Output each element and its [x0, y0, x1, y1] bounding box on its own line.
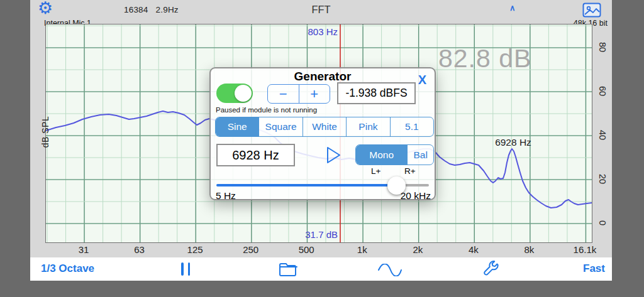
right-channel-label: R+	[404, 166, 416, 176]
minus-button[interactable]: −	[268, 85, 299, 103]
y-axis-title: dB SPL	[40, 116, 50, 148]
wave-option-square[interactable]: Square	[259, 117, 303, 136]
generator-dialog: Generator X − + -1.938 dBFS Paused if mo…	[209, 67, 436, 200]
app-screen: ⚙ 163842.9Hz FFT ∧ Internal Mic 1 48k 16…	[30, 0, 612, 281]
generator-toggle[interactable]	[216, 84, 253, 103]
speed-button[interactable]: Fast	[583, 262, 605, 275]
x-tick-label: 2k	[413, 244, 423, 255]
frequency-field[interactable]: 6928 Hz	[216, 144, 295, 166]
x-tick-label: 250	[243, 244, 258, 255]
toggle-knob	[235, 85, 252, 102]
slider-track-filled[interactable]	[216, 184, 396, 186]
mode-button[interactable]: 1/3 Octave	[41, 262, 94, 275]
pause-icon[interactable]	[181, 262, 190, 276]
x-tick-label: 1k	[357, 244, 367, 255]
chevron-up-icon[interactable]: ∧	[509, 3, 516, 13]
channel-option-bal[interactable]: Bal	[408, 145, 433, 165]
page-title: FFT	[30, 4, 612, 16]
channel-segmented-control: Mono Bal	[355, 144, 434, 165]
y-tick-label: 20	[597, 174, 608, 184]
wrench-icon[interactable]	[482, 261, 499, 278]
y-tick-label: 40	[597, 130, 608, 140]
sine-icon[interactable]	[377, 264, 402, 276]
toggle-caption: Paused if module is not running	[216, 106, 317, 114]
y-tick-label: 60	[597, 86, 608, 96]
dialog-title: Generator	[211, 70, 435, 84]
wave-option-pink[interactable]: Pink	[347, 117, 390, 136]
cursor-level-label: 31.7 dB	[305, 229, 338, 240]
wave-option-white[interactable]: White	[303, 117, 347, 136]
waveform-segmented-control: Sine Square White Pink 5.1	[215, 117, 434, 137]
close-icon[interactable]: X	[418, 73, 426, 87]
left-channel-label: L+	[371, 166, 380, 176]
play-icon[interactable]	[325, 146, 341, 165]
wave-option-sine[interactable]: Sine	[216, 117, 259, 136]
peak-frequency-label: 6928 Hz	[495, 137, 531, 148]
x-tick-label: 125	[187, 244, 203, 255]
level-field[interactable]: -1.938 dBFS	[337, 82, 416, 104]
slider-min-label: 5 Hz	[216, 190, 236, 202]
wave-option-51[interactable]: 5.1	[391, 117, 433, 136]
screenshot-icon[interactable]	[582, 3, 601, 18]
y-tick-label: 0	[597, 220, 608, 225]
x-tick-label: 31	[79, 244, 89, 255]
header-bar: ⚙ 163842.9Hz FFT ∧	[30, 0, 612, 20]
x-tick-label: 16.1k	[574, 244, 597, 255]
folder-icon[interactable]	[279, 261, 297, 276]
y-tick-label: 80	[597, 42, 608, 52]
cursor-frequency-label: 803 Hz	[308, 26, 338, 37]
plus-button[interactable]: +	[299, 85, 330, 103]
x-tick-label: 4k	[469, 244, 479, 255]
slider-max-label: 20 kHz	[401, 190, 431, 202]
x-tick-label: 8k	[524, 244, 534, 255]
x-tick-label: 500	[299, 244, 314, 255]
spl-readout: 82.8 dB	[438, 46, 531, 72]
x-tick-label: 63	[134, 244, 145, 255]
level-stepper: − +	[267, 84, 330, 104]
channel-option-mono[interactable]: Mono	[356, 145, 408, 165]
bottom-toolbar: 1/3 Octave Fast	[30, 257, 612, 281]
